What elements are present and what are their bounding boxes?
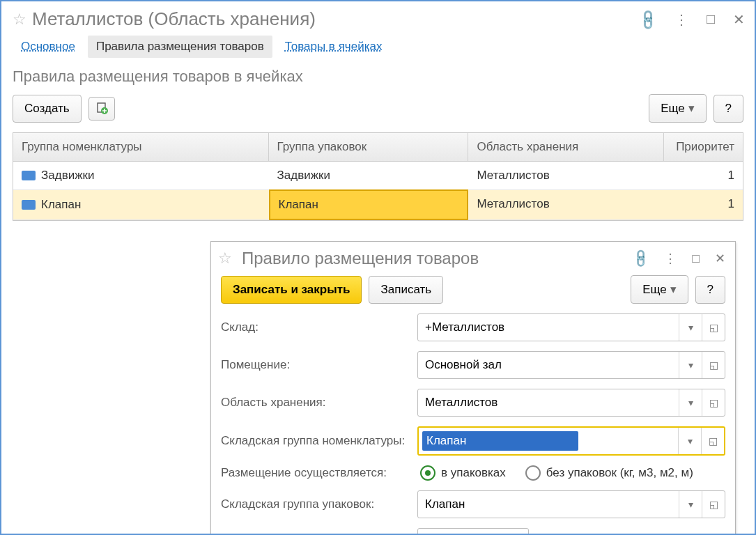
close-icon[interactable]: ✕ [715, 251, 725, 266]
cell-area: Металлистов [468, 162, 664, 189]
room-combo[interactable]: ▾ ◱ [417, 351, 725, 379]
th-priority[interactable]: Приоритет [664, 133, 743, 161]
room-input[interactable] [418, 352, 679, 378]
more-button[interactable]: Еще [631, 275, 688, 304]
radio-off-icon [525, 465, 541, 481]
packgroup-input[interactable] [418, 491, 679, 518]
copy-icon [95, 102, 108, 115]
radio-loose-label: без упаковок (кг, м3, м2, м) [546, 466, 693, 480]
warehouse-combo[interactable]: ▾ ◱ [417, 313, 725, 341]
cell-packgroup-active[interactable]: Клапан [269, 189, 469, 220]
chevron-down-icon[interactable]: ▾ [678, 428, 701, 454]
label-warehouse: Склад: [221, 320, 417, 334]
maximize-icon[interactable]: □ [707, 11, 715, 27]
cell-priority: 1 [664, 162, 743, 189]
link-icon[interactable]: 🔗 [631, 247, 652, 269]
table-header: Группа номенклатуры Группа упаковок Обла… [13, 133, 743, 162]
th-packgroup[interactable]: Группа упаковок [269, 133, 469, 161]
nomgroup-combo[interactable]: ▾ ◱ [417, 426, 725, 456]
label-placement: Размещение осуществляется: [221, 466, 417, 480]
create-button[interactable]: Создать [13, 95, 82, 123]
kebab-menu-icon[interactable]: ⋮ [674, 11, 688, 28]
th-nomgroup[interactable]: Группа номенклатуры [13, 133, 269, 161]
open-ref-icon[interactable]: ◱ [701, 428, 724, 454]
cell-packgroup: Задвижки [269, 162, 469, 189]
dialog-toolbar: Записать и закрыть Записать Еще ? [211, 272, 735, 313]
cell-nomgroup: Клапан [41, 198, 81, 212]
label-room: Помещение: [221, 358, 417, 372]
dialog-form: Склад: ▾ ◱ Помещение: ▾ ◱ Область хранен [211, 313, 735, 535]
copy-button[interactable] [88, 97, 115, 121]
section-title: Правила размещения товаров в ячейках [1, 65, 755, 94]
tabs: Основное Правила размещения товаров Това… [1, 34, 755, 65]
radio-loose[interactable]: без упаковок (кг, м3, м2, м) [525, 465, 693, 481]
close-icon[interactable]: ✕ [733, 11, 745, 28]
packgroup-combo[interactable]: ▾ ◱ [417, 490, 725, 518]
open-ref-icon[interactable]: ◱ [702, 352, 725, 378]
open-ref-icon[interactable]: ◱ [702, 314, 725, 341]
cell-area: Металлистов [468, 190, 664, 219]
tab-rules[interactable]: Правила размещения товаров [88, 36, 272, 58]
save-button[interactable]: Записать [369, 276, 443, 304]
tab-goods[interactable]: Товары в ячейках [277, 36, 391, 58]
priority-input[interactable] [417, 528, 529, 535]
favorite-icon[interactable]: ☆ [13, 10, 26, 29]
favorite-icon[interactable]: ☆ [218, 249, 232, 268]
chevron-down-icon[interactable]: ▾ [679, 389, 702, 416]
chevron-down-icon[interactable]: ▾ [679, 352, 702, 378]
open-ref-icon[interactable]: ◱ [702, 491, 725, 518]
window-header: ☆ Металлистов (Область хранения) 🔗 ⋮ □ ✕ [1, 1, 755, 34]
label-area: Область хранения: [221, 396, 417, 410]
th-area[interactable]: Область хранения [468, 133, 664, 161]
warehouse-input[interactable] [418, 314, 679, 341]
area-combo[interactable]: ▾ ◱ [417, 389, 725, 417]
help-button[interactable]: ? [695, 276, 725, 304]
area-input[interactable] [418, 389, 679, 416]
page-title: Металлистов (Область хранения) [32, 8, 639, 30]
cell-nomgroup: Задвижки [41, 169, 94, 183]
cell-priority: 1 [664, 190, 743, 219]
link-icon[interactable]: 🔗 [635, 7, 660, 31]
nomgroup-input[interactable] [422, 431, 578, 451]
chevron-down-icon[interactable]: ▾ [679, 314, 702, 341]
label-nomgroup: Складская группа номенклатуры: [221, 434, 417, 448]
dialog-header: ☆ Правило размещения товаров 🔗 ⋮ □ ✕ [211, 242, 735, 272]
label-packgroup: Складская группа упаковок: [221, 497, 417, 511]
toolbar: Создать Еще ? [1, 94, 755, 132]
help-button[interactable]: ? [713, 95, 743, 123]
radio-packed[interactable]: в упаковках [420, 465, 506, 481]
chevron-down-icon[interactable]: ▾ [679, 491, 702, 518]
row-icon [22, 200, 36, 210]
table-row-selected[interactable]: Клапан Клапан Металлистов 1 [13, 190, 743, 220]
rule-dialog: ☆ Правило размещения товаров 🔗 ⋮ □ ✕ Зап… [210, 241, 736, 535]
row-icon [22, 171, 36, 180]
save-close-button[interactable]: Записать и закрыть [221, 276, 362, 304]
more-button[interactable]: Еще [649, 94, 706, 123]
tab-main[interactable]: Основное [13, 36, 84, 58]
table-row[interactable]: Задвижки Задвижки Металлистов 1 [13, 162, 743, 190]
maximize-icon[interactable]: □ [692, 251, 700, 266]
open-ref-icon[interactable]: ◱ [702, 389, 725, 416]
rules-table: Группа номенклатуры Группа упаковок Обла… [13, 132, 743, 221]
kebab-menu-icon[interactable]: ⋮ [664, 251, 677, 266]
dialog-title: Правило размещения товаров [242, 249, 633, 268]
radio-packed-label: в упаковках [441, 466, 506, 480]
radio-on-icon [420, 465, 435, 481]
